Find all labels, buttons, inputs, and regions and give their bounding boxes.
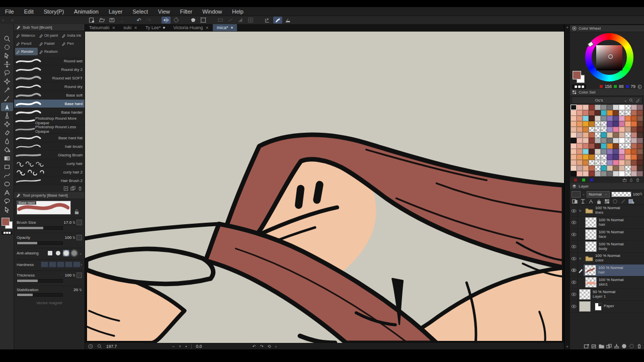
brush-item[interactable]: curly hair [14,159,85,168]
collapse-chevron-icon[interactable]: ˅ [579,209,583,213]
aa-dropdown-icon[interactable]: ⌄ [79,251,82,255]
subtool-panel-header[interactable]: Sub Tool [Brush] [14,24,85,31]
layer-thumbnail[interactable] [585,229,597,240]
color-swatch[interactable] [637,160,643,165]
color-swatch[interactable] [577,138,583,143]
stabilization-spinner[interactable]: ⇅ [79,288,82,292]
color-swatch[interactable] [589,160,595,165]
color-swatch[interactable] [571,149,577,154]
color-swatch[interactable] [625,116,631,121]
color-swatch[interactable] [619,116,625,121]
ruler-icon-1[interactable] [216,17,225,24]
color-swatch[interactable] [577,149,583,154]
layer-opacity-value[interactable]: 100 [633,192,639,197]
color-swatch[interactable] [637,171,643,176]
visibility-eye-icon[interactable] [571,245,577,248]
eraser-tool-icon[interactable] [1,128,13,137]
color-swatch[interactable] [625,127,631,132]
grid-icon[interactable] [246,17,255,24]
color-swatch[interactable] [571,121,577,127]
aa-middle-option[interactable] [63,250,69,256]
category-pencil[interactable]: Pencil [15,40,38,47]
color-swatch[interactable] [625,165,631,171]
scroll-up-icon[interactable]: ▲ [566,25,569,29]
magic-wand-tool-icon[interactable] [1,77,13,85]
color-swatch[interactable] [607,132,613,138]
color-swatch[interactable] [613,149,619,154]
color-swatch[interactable] [619,121,625,127]
flip-horizontal-icon[interactable] [162,17,171,24]
category-realism[interactable]: Realism [38,48,61,55]
color-swatch[interactable] [583,116,589,121]
color-swatch[interactable] [619,143,625,149]
color-swatch[interactable] [589,154,595,160]
layer-row-body[interactable]: 100 % Normalbody [570,241,644,253]
color-swatch[interactable] [619,171,625,176]
brush-tool-icon[interactable] [1,94,13,103]
new-canvas-icon[interactable] [87,17,96,24]
snap-ruler-icon[interactable] [263,17,272,24]
rotation-value[interactable]: 0.0 [196,344,202,349]
color-swatch[interactable] [577,132,583,138]
color-swatch[interactable] [595,171,601,176]
zoom-percent-value[interactable]: 197.7 [106,344,117,349]
color-swatch[interactable] [571,127,577,132]
color-swatch[interactable] [625,160,631,165]
mini-palette-strip[interactable] [572,84,586,89]
rotate-canvas-tool-icon[interactable] [1,43,13,51]
color-swatch[interactable] [577,160,583,165]
brush-size-spinner[interactable]: ⇅ [72,221,75,225]
color-swatch[interactable] [607,105,613,110]
color-swatch[interactable] [571,110,577,116]
color-swatch[interactable] [619,127,625,132]
redo-icon[interactable]: ↷ [144,17,153,24]
brush-item[interactable]: Base soft [14,91,85,100]
color-swatch[interactable] [631,154,637,160]
color-swatch[interactable] [577,127,583,132]
curve-tool-icon[interactable] [1,171,13,179]
color-swatch[interactable] [625,105,631,110]
apply-mask-icon[interactable] [629,343,634,349]
color-swatch[interactable] [595,154,601,160]
color-swatch[interactable] [637,149,643,154]
color-swatch[interactable] [613,143,619,149]
gradient-icon[interactable] [236,17,245,24]
color-swatch[interactable] [625,132,631,138]
color-swatch[interactable] [607,127,613,132]
brush-item-selected[interactable]: Base hard [14,100,85,108]
opacity-source-button[interactable] [76,235,82,240]
color-swatch[interactable] [583,143,589,149]
color-swatch[interactable] [583,121,589,127]
zoom-out-button[interactable]: − [172,344,175,349]
foreground-background-colors[interactable] [2,218,13,229]
color-swatch[interactable] [601,149,607,154]
transfer-layer-icon[interactable] [606,343,612,349]
aa-strong-option[interactable] [71,250,77,256]
select-layer-icon[interactable] [628,199,634,204]
color-swatch[interactable] [583,149,589,154]
duplicate-subtool-icon[interactable] [70,186,75,191]
brush-item[interactable]: Round dry 2 [14,65,85,74]
layer-thumbnail[interactable] [585,277,597,288]
color-swatch[interactable] [619,165,625,171]
category-india-ink[interactable]: India ink [61,32,84,39]
pen-tool-icon[interactable] [1,103,13,111]
color-swatch[interactable] [607,165,613,171]
reset-zoom-button[interactable]: ▫ [275,344,277,349]
layer-row-folder-lines[interactable]: ˅ 100 % Normallines [570,205,644,217]
brush-item[interactable]: Round wet [14,57,85,65]
color-swatch[interactable] [595,143,601,149]
brush-item[interactable]: Base hard flat [14,134,85,142]
balloon-tool-icon[interactable] [1,197,13,205]
add-subtool-icon[interactable] [63,186,68,191]
merge-down-icon[interactable] [614,343,619,349]
rotate-left-button[interactable]: ↶ [252,344,256,349]
color-wheel-fg-bg[interactable] [573,71,585,83]
color-swatch[interactable] [613,160,619,165]
color-swatch[interactable] [571,138,577,143]
brush-item[interactable]: Hair Brush 2 [14,176,85,185]
brush-item[interactable]: Glazing Brush [14,151,85,159]
text-tool-icon[interactable] [1,188,13,197]
color-swatch[interactable] [607,160,613,165]
selection-arrow-tool-icon[interactable] [1,205,13,214]
